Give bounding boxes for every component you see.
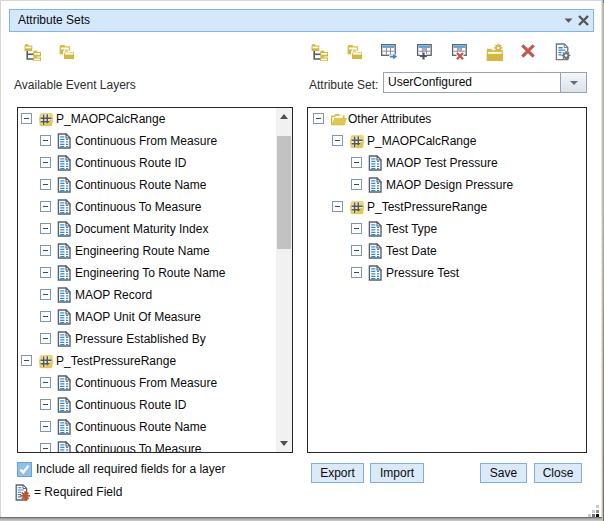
collapse-minus-box[interactable]	[40, 157, 51, 168]
collapse-minus-box[interactable]	[351, 179, 362, 190]
new-attribute-set-tree-button[interactable]	[24, 43, 41, 60]
available-event-layers-label: Available Event Layers	[14, 78, 136, 93]
collapse-minus-box[interactable]	[40, 135, 51, 146]
doc-icon	[57, 397, 73, 413]
attribute-set-tree: Other Attributes P_MAOPCalcRange MAOP Te…	[307, 107, 587, 453]
doc-icon	[368, 155, 384, 171]
attribute-set-item[interactable]: MAOP Test Pressure	[310, 152, 586, 174]
titlebar-caret-button[interactable]	[560, 10, 576, 31]
layer-tree-button[interactable]	[311, 43, 328, 60]
available-layer-item[interactable]: Continuous From Measure	[18, 372, 276, 394]
tree-item-label: Document Maturity Index	[75, 218, 208, 240]
attribute-set-item[interactable]: Test Type	[310, 218, 586, 240]
available-layer-item[interactable]: MAOP Unit Of Measure	[18, 306, 276, 328]
tree-item-label: Engineering Route Name	[75, 240, 210, 262]
tree-item-label: Continuous To Measure	[75, 438, 202, 453]
collapse-minus-box[interactable]	[351, 245, 362, 256]
attribute-set-item[interactable]: Other Attributes	[310, 108, 586, 130]
scroll-up-button[interactable]	[276, 108, 292, 125]
import-button[interactable]: Import	[370, 463, 424, 483]
document-settings-button[interactable]	[554, 43, 571, 60]
export-button[interactable]: Export	[311, 463, 364, 483]
layer-tree-icon	[311, 43, 328, 61]
available-layer-item[interactable]: Continuous From Measure	[18, 130, 276, 152]
window-border-left	[0, 1, 1, 517]
collapse-minus-box[interactable]	[40, 333, 51, 344]
required-field-legend: = Required Field	[15, 484, 122, 501]
save-button[interactable]: Save	[480, 463, 527, 483]
attribute-set-item[interactable]: P_MAOPCalcRange	[310, 130, 586, 152]
collapse-minus-box[interactable]	[40, 179, 51, 190]
collapse-minus-box[interactable]	[40, 311, 51, 322]
collapse-minus-box[interactable]	[40, 223, 51, 234]
collapse-minus-box[interactable]	[351, 267, 362, 278]
folders-button[interactable]	[346, 43, 363, 60]
combobox-dropdown-button[interactable]	[560, 73, 586, 92]
resize-grip[interactable]	[586, 503, 600, 518]
available-layer-item[interactable]: Continuous Route Name	[18, 174, 276, 196]
table-add-button[interactable]	[416, 43, 433, 60]
available-layer-item[interactable]: Continuous Route ID	[18, 152, 276, 174]
available-layer-item[interactable]: Continuous Route Name	[18, 416, 276, 438]
collapse-minus-box[interactable]	[40, 201, 51, 212]
folder-new-set-button[interactable]	[486, 43, 503, 60]
available-layer-item[interactable]: P_TestPressureRange	[18, 350, 276, 372]
available-layer-item[interactable]: Continuous Route ID	[18, 394, 276, 416]
attribute-set-item[interactable]: Test Date	[310, 240, 586, 262]
available-layer-item[interactable]: MAOP Record	[18, 284, 276, 306]
collapse-minus-box[interactable]	[21, 113, 32, 124]
minus-icon	[43, 206, 48, 207]
doc-icon	[57, 133, 73, 149]
collapse-minus-box[interactable]	[40, 289, 51, 300]
available-layer-item[interactable]: Engineering Route Name	[18, 240, 276, 262]
collapse-minus-box[interactable]	[21, 355, 32, 366]
titlebar-close-button[interactable]	[575, 10, 591, 31]
doc-icon	[57, 199, 73, 215]
event-icon	[349, 134, 365, 150]
dialog-titlebar[interactable]: Attribute Sets	[9, 9, 594, 32]
minus-icon	[335, 206, 340, 207]
checkmark-icon	[18, 463, 31, 476]
collapse-minus-box[interactable]	[313, 113, 324, 124]
close-button[interactable]: Close	[534, 463, 582, 483]
available-layer-item[interactable]: Engineering To Route Name	[18, 262, 276, 284]
available-layer-item[interactable]: Continuous To Measure	[18, 438, 276, 453]
tree-item-label: MAOP Record	[75, 284, 152, 306]
available-layer-item[interactable]: P_MAOPCalcRange	[18, 108, 276, 130]
doc-icon	[57, 221, 73, 237]
available-layer-item[interactable]: Continuous To Measure	[18, 196, 276, 218]
doc-icon	[368, 243, 384, 259]
collapse-minus-box[interactable]	[40, 267, 51, 278]
include-required-fields-checkbox[interactable]	[17, 462, 32, 477]
delete-button[interactable]	[520, 43, 537, 60]
attribute-set-item[interactable]: P_TestPressureRange	[310, 196, 586, 218]
attribute-set-item[interactable]: MAOP Design Pressure	[310, 174, 586, 196]
table-remove-button[interactable]	[451, 43, 468, 60]
collapse-minus-box[interactable]	[40, 443, 51, 453]
available-layer-item[interactable]: Pressure Established By	[18, 328, 276, 350]
minus-icon	[354, 272, 359, 273]
table-export-button[interactable]	[381, 43, 398, 60]
attribute-set-item[interactable]: Pressure Test	[310, 262, 586, 284]
table-x-icon	[451, 43, 468, 60]
collapse-minus-box[interactable]	[332, 201, 343, 212]
collapse-minus-box[interactable]	[40, 399, 51, 410]
available-layer-item[interactable]: Document Maturity Index	[18, 218, 276, 240]
arrow-up-icon	[280, 114, 288, 119]
doc-icon	[57, 265, 73, 281]
collapse-minus-box[interactable]	[351, 157, 362, 168]
tree-item-label: MAOP Unit Of Measure	[75, 306, 201, 328]
open-folders-button[interactable]	[58, 43, 75, 60]
collapse-minus-box[interactable]	[40, 421, 51, 432]
vertical-scrollbar[interactable]	[276, 108, 292, 452]
tree-item-label: Continuous To Measure	[75, 196, 202, 218]
collapse-minus-box[interactable]	[40, 377, 51, 388]
minus-icon	[43, 250, 48, 251]
scrollbar-thumb[interactable]	[277, 136, 291, 249]
attribute-set-combobox[interactable]: UserConfigured	[383, 72, 587, 93]
collapse-minus-box[interactable]	[351, 223, 362, 234]
collapse-minus-box[interactable]	[40, 245, 51, 256]
minus-icon	[43, 426, 48, 427]
collapse-minus-box[interactable]	[332, 135, 343, 146]
scroll-down-button[interactable]	[276, 435, 292, 452]
